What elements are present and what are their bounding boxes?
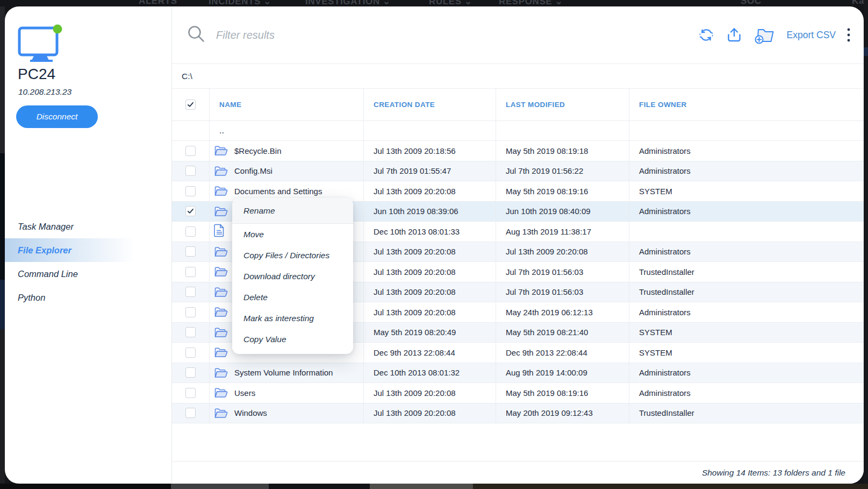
folder-icon	[214, 286, 228, 298]
sidebar-item-python[interactable]: Python	[5, 286, 171, 309]
last-modified: Jul 13th 2009 20:20:08	[496, 242, 629, 262]
creation-date: Jun 10th 2019 08:39:06	[364, 202, 496, 222]
new-folder-icon[interactable]	[754, 26, 776, 44]
table-row[interactable]: Config.Msi Jul 7th 2019 01:55:47 Jul 7th…	[172, 161, 864, 182]
file-owner: SYSTEM	[629, 181, 864, 201]
row-checkbox[interactable]	[185, 367, 196, 378]
column-header-name[interactable]: NAME	[210, 89, 364, 121]
parent-directory-row[interactable]: ..	[172, 121, 864, 141]
creation-date: May 5th 2019 08:20:49	[364, 323, 496, 343]
creation-date: Jul 13th 2009 20:20:08	[364, 302, 496, 322]
creation-date: Jul 13th 2009 20:20:08	[364, 383, 496, 403]
folder-icon	[214, 246, 228, 258]
row-checkbox[interactable]	[185, 307, 196, 317]
file-owner: SYSTEM	[629, 323, 864, 343]
search-icon	[186, 24, 206, 46]
file-owner: TrustedInstaller	[629, 282, 864, 302]
sidebar-item-file-explorer[interactable]: File Explorer	[5, 238, 171, 262]
refresh-icon[interactable]	[698, 26, 715, 44]
column-header-creation-date[interactable]: CREATION DATE	[364, 89, 496, 121]
column-header-last-modified[interactable]: LAST MODIFIED	[496, 89, 629, 121]
column-header-file-owner[interactable]: FILE OWNER	[629, 89, 864, 121]
filter-results-input[interactable]	[215, 29, 378, 42]
background-left-edge	[0, 280, 5, 329]
kebab-menu-icon[interactable]	[847, 27, 851, 43]
export-csv-button[interactable]: Export CSV	[787, 30, 836, 41]
row-checkbox[interactable]	[185, 186, 196, 196]
table-row[interactable]: Windows Jul 13th 2009 20:20:08 May 20th …	[172, 403, 864, 424]
sidebar-item-label: File Explorer	[18, 245, 71, 256]
row-checkbox[interactable]	[185, 267, 196, 277]
upload-file-icon[interactable]	[726, 26, 743, 44]
folder-icon	[214, 387, 228, 399]
last-modified: May 5th 2019 08:19:16	[496, 383, 629, 403]
sidebar-item-command-line[interactable]: Command Line	[5, 262, 171, 286]
row-checkbox[interactable]	[185, 287, 196, 297]
background-left-edge	[0, 6, 5, 153]
row-checkbox[interactable]	[185, 206, 196, 216]
table-row[interactable]: $Recycle.Bin Jul 13th 2009 20:18:56 May …	[172, 141, 864, 161]
row-checkbox[interactable]	[185, 327, 196, 337]
folder-icon	[214, 306, 228, 318]
background-nav-alerts: ALERTS	[139, 0, 177, 6]
creation-date: Jul 13th 2009 20:18:56	[364, 141, 496, 161]
context-menu-item-rename[interactable]: Rename	[232, 198, 353, 224]
folder-icon	[214, 185, 228, 197]
creation-date: Jul 13th 2009 20:20:08	[364, 262, 496, 282]
parent-directory-label: ..	[210, 121, 364, 140]
file-icon	[214, 224, 225, 239]
sidebar-item-task-manager[interactable]: Task Manager	[5, 215, 171, 238]
background-right-edge	[864, 47, 868, 56]
last-modified: Jun 10th 2019 08:40:09	[496, 202, 629, 222]
row-checkbox[interactable]	[185, 166, 196, 176]
background-nav-incidents: INCIDENTS ⌄	[209, 0, 271, 6]
context-menu-item-delete[interactable]: Delete	[232, 287, 353, 308]
creation-date: Jul 13th 2009 20:20:08	[364, 403, 496, 423]
sidebar-item-label: Task Manager	[18, 222, 74, 232]
breadcrumb[interactable]: C:\	[172, 64, 864, 89]
file-name: System Volume Information	[234, 368, 333, 377]
file-owner: Administrators	[629, 141, 864, 161]
table-header: NAME CREATION DATE LAST MODIFIED FILE OW…	[172, 89, 864, 121]
context-menu-item-download-directory[interactable]: Download directory	[232, 266, 353, 287]
creation-date: Jul 13th 2009 20:20:08	[364, 282, 496, 302]
file-owner: Administrators	[629, 202, 864, 222]
creation-date: Jul 7th 2019 01:55:47	[364, 161, 496, 181]
row-checkbox[interactable]	[185, 348, 196, 358]
context-menu-item-copy-files-directories[interactable]: Copy Files / Directories	[232, 245, 353, 266]
last-modified: Jul 7th 2019 01:56:22	[496, 161, 629, 181]
last-modified: Aug 13th 2019 11:38:17	[496, 222, 629, 242]
row-checkbox[interactable]	[185, 226, 196, 237]
online-status-dot	[53, 25, 62, 34]
folder-icon	[214, 145, 228, 157]
context-menu-item-mark-as-interesting[interactable]: Mark as interesting	[232, 308, 353, 329]
context-menu-item-label: Move	[243, 230, 264, 239]
file-owner: Administrators	[629, 242, 864, 262]
file-owner	[629, 222, 864, 242]
row-checkbox[interactable]	[185, 388, 196, 398]
background-taskbar	[0, 484, 868, 489]
context-menu-item-copy-value[interactable]: Copy Value	[232, 329, 353, 350]
row-checkbox[interactable]	[185, 246, 196, 257]
sidebar-item-label: Python	[18, 293, 45, 303]
folder-icon	[214, 407, 228, 419]
remote-tools-modal: PC24 10.208.213.23 Disconnect Task Manag…	[5, 6, 864, 484]
disconnect-button[interactable]: Disconnect	[16, 105, 98, 128]
last-modified: Aug 9th 2019 14:00:09	[496, 363, 629, 383]
background-left-edge	[0, 329, 5, 484]
row-checkbox[interactable]	[185, 408, 196, 418]
select-all-checkbox[interactable]	[185, 100, 196, 110]
file-owner: TrustedInstaller	[629, 403, 864, 423]
table-row[interactable]: System Volume Information Dec 10th 2013 …	[172, 363, 864, 384]
table-row[interactable]: Users Jul 13th 2009 20:20:08 May 5th 201…	[172, 383, 864, 403]
sidebar-item-label: Command Line	[18, 269, 78, 279]
file-owner: SYSTEM	[629, 343, 864, 363]
last-modified: Jul 7th 2019 01:56:03	[496, 282, 629, 302]
row-checkbox[interactable]	[185, 146, 196, 156]
explorer-toolbar: Export CSV	[172, 6, 864, 64]
context-menu-item-label: Copy Files / Directories	[243, 251, 329, 260]
folder-icon	[214, 346, 228, 358]
file-name: Windows	[234, 408, 267, 417]
context-menu-item-move[interactable]: Move	[232, 224, 353, 245]
background-nav-investigation: INVESTIGATION ⌄	[305, 0, 391, 6]
